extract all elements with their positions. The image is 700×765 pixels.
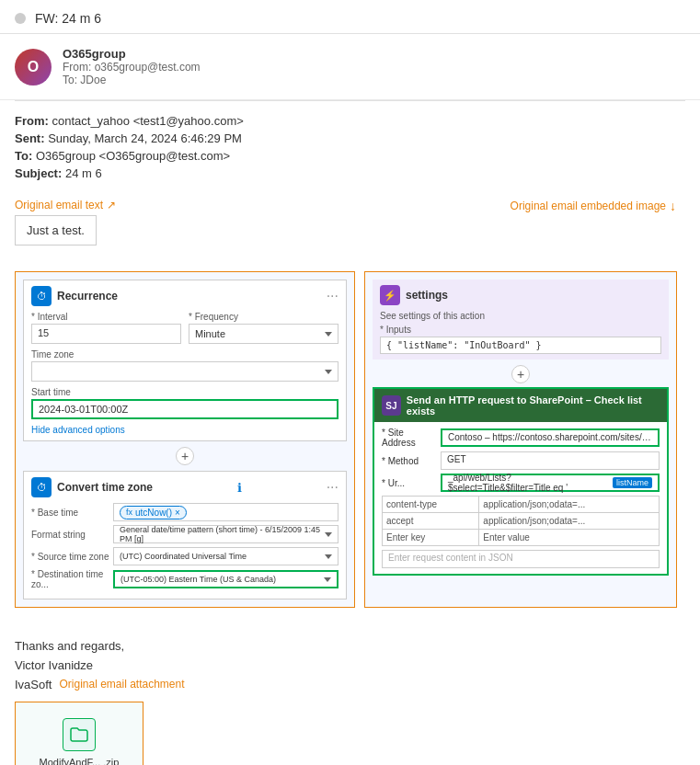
settings-title: settings bbox=[406, 289, 448, 302]
frequency-select[interactable]: Minute bbox=[189, 324, 339, 344]
convert-info-icon[interactable]: ℹ bbox=[237, 481, 242, 495]
frequency-field: * Frequency Minute bbox=[189, 312, 339, 344]
meta-to: To: O365group <O365group@test.com> bbox=[15, 149, 685, 163]
email-plain-text: Just a test. bbox=[15, 215, 97, 245]
signature-line1: Thanks and regards, bbox=[15, 637, 685, 657]
email-header: O O365group From: o365group@test.com To:… bbox=[0, 34, 700, 100]
http-body-row: Enter request content in JSON bbox=[382, 550, 660, 568]
email-meta: From: contact_yahoo <test1@yahoo.com> Se… bbox=[0, 101, 700, 193]
settings-icon: ⚡ bbox=[380, 285, 400, 305]
header-value: application/json;odata=... bbox=[479, 513, 660, 530]
starttime-input[interactable]: 2024-03-01T00:00Z bbox=[31, 399, 339, 419]
method-row: * Method GET bbox=[382, 451, 660, 470]
signature-area: Thanks and regards, Victor Ivanidze IvaS… bbox=[0, 622, 700, 702]
title-icon bbox=[15, 13, 26, 24]
attachment-name: ModifyAndF... .zip bbox=[40, 757, 120, 765]
interval-input[interactable]: 15 bbox=[31, 324, 181, 344]
http-body: * Site Address Contoso – https://contoso… bbox=[374, 422, 667, 574]
embedded-images-row: ⏱ Recurrence ··· * Interval 15 * Frequen… bbox=[15, 271, 685, 608]
dest-tz-row: * Destination time zo... (UTC-05:00) Eas… bbox=[31, 569, 339, 589]
basetime-row: * Base time fx utcNow() × bbox=[31, 503, 339, 521]
header-row: content-typeapplication/json;odata=... bbox=[383, 497, 660, 513]
hide-advanced-link[interactable]: Hide advanced options bbox=[31, 425, 339, 435]
embedded-image-annotation: Original email embedded image bbox=[511, 200, 666, 212]
url-row: * Ur... _api/web/Lists?$select=Title&$fi… bbox=[382, 474, 660, 492]
source-tz-select[interactable]: (UTC) Coordinated Universal Time bbox=[113, 547, 339, 565]
flow-image-right: ⚡ settings See settings of this action *… bbox=[364, 271, 677, 608]
meta-sent: Sent: Sunday, March 24, 2024 6:46:29 PM bbox=[15, 131, 685, 145]
convert-icon: ⏱ bbox=[31, 477, 52, 497]
interval-field: * Interval 15 bbox=[31, 312, 181, 344]
settings-code: { "listName": "InOutBoard" } bbox=[380, 337, 661, 354]
email-text-arrow: ↗ bbox=[107, 199, 116, 211]
header-row: Enter keyEnter value bbox=[383, 530, 660, 546]
starttime-field-row: Start time 2024-03-01T00:00Z bbox=[31, 387, 339, 419]
signature-text: Thanks and regards, Victor Ivanidze IvaS… bbox=[15, 637, 685, 694]
timezone-field: Time zone bbox=[31, 349, 339, 382]
http-icon: SJ bbox=[382, 395, 401, 416]
meta-subject: Subject: 24 m 6 bbox=[15, 166, 685, 180]
site-address-row: * Site Address Contoso – https://contoso… bbox=[382, 428, 660, 448]
method-value: GET bbox=[441, 451, 660, 470]
plus-icon-right[interactable]: + bbox=[511, 365, 530, 383]
convert-header: ⏱ Convert time zone ℹ ··· bbox=[31, 477, 339, 497]
attachment-folder-icon bbox=[63, 718, 96, 751]
convert-block: ⏱ Convert time zone ℹ ··· * Base time fx… bbox=[23, 471, 347, 599]
timezone-field-row: Time zone bbox=[31, 349, 339, 382]
dest-tz-select[interactable]: (UTC-05:00) Eastern Time (US & Canada) bbox=[113, 570, 339, 588]
meta-from: From: contact_yahoo <test1@yahoo.com> bbox=[15, 114, 685, 128]
attachment-annotation-label: Original email attachment bbox=[59, 676, 184, 693]
email-title: FW: 24 m 6 bbox=[35, 11, 101, 26]
body-input[interactable]: Enter request content in JSON bbox=[382, 550, 660, 568]
format-select[interactable]: General date/time pattern (short time) -… bbox=[113, 525, 339, 543]
basetime-value: fx utcNow() × bbox=[113, 503, 339, 521]
header-key: Enter key bbox=[383, 530, 479, 546]
settings-header: ⚡ settings bbox=[380, 285, 661, 305]
header-key: accept bbox=[383, 513, 479, 530]
header-value: Enter value bbox=[479, 530, 660, 546]
title-bar: FW: 24 m 6 bbox=[0, 0, 700, 34]
header-value: application/json;odata=... bbox=[479, 497, 660, 513]
site-address-value: Contoso – https://contoso.sharepoint.com… bbox=[441, 428, 660, 447]
basetime-remove[interactable]: × bbox=[175, 508, 180, 518]
headers-table: content-typeapplication/json;odata=...ac… bbox=[382, 496, 660, 546]
headers-section: content-typeapplication/json;odata=...ac… bbox=[382, 496, 660, 546]
header-row: acceptapplication/json;odata=... bbox=[383, 513, 660, 530]
convert-title: Convert time zone bbox=[57, 481, 153, 494]
http-block: SJ Send an HTTP request to SharePoint – … bbox=[373, 387, 669, 576]
settings-block: ⚡ settings See settings of this action *… bbox=[373, 280, 669, 360]
recurrence-title: Recurrence bbox=[57, 290, 118, 303]
signature-line3: IvaSoft bbox=[15, 676, 52, 695]
http-title: Send an HTTP request to SharePoint – Che… bbox=[407, 394, 660, 417]
header-key: content-type bbox=[383, 497, 479, 513]
source-tz-row: * Source time zone (UTC) Coordinated Uni… bbox=[31, 547, 339, 565]
attachment-section: ModifyAndF... .zip bbox=[0, 702, 700, 765]
settings-inputs-label: * Inputs bbox=[380, 325, 661, 335]
url-badge: listName bbox=[613, 477, 652, 488]
recurrence-fields: * Interval 15 * Frequency Minute bbox=[31, 312, 339, 344]
basetime-pill: fx utcNow() × bbox=[120, 506, 187, 520]
sender-name: O365group bbox=[63, 47, 201, 61]
recurrence-block: ⏱ Recurrence ··· * Interval 15 * Frequen… bbox=[23, 280, 347, 441]
http-header: SJ Send an HTTP request to SharePoint – … bbox=[374, 389, 667, 422]
recurrence-icon: ⏱ bbox=[31, 286, 52, 306]
recurrence-header: ⏱ Recurrence ··· bbox=[31, 286, 339, 306]
plus-icon-left[interactable]: + bbox=[176, 447, 194, 465]
attachment-box[interactable]: ModifyAndF... .zip bbox=[15, 702, 143, 765]
timezone-select[interactable] bbox=[31, 361, 339, 382]
flow-image-left: ⏱ Recurrence ··· * Interval 15 * Frequen… bbox=[15, 271, 355, 608]
url-value: _api/web/Lists?$select=Title&$filter=Tit… bbox=[441, 474, 660, 492]
sender-info: O365group From: o365group@test.com To: J… bbox=[63, 47, 201, 86]
email-body: Original email text ↗ Just a test. Origi… bbox=[0, 193, 700, 622]
starttime-field: Start time 2024-03-01T00:00Z bbox=[31, 387, 339, 419]
sender-to: To: JDoe bbox=[63, 74, 201, 86]
convert-menu: ··· bbox=[327, 479, 339, 496]
email-text-annotation: Original email text bbox=[15, 199, 103, 211]
avatar: O bbox=[15, 49, 52, 86]
embedded-image-arrow: ↓ bbox=[670, 199, 676, 213]
recurrence-menu: ··· bbox=[327, 288, 339, 304]
settings-subtitle: See settings of this action bbox=[380, 311, 661, 321]
sender-from: From: o365group@test.com bbox=[63, 61, 201, 74]
format-row: Format string General date/time pattern … bbox=[31, 525, 339, 543]
signature-line2: Victor Ivanidze bbox=[15, 657, 685, 676]
